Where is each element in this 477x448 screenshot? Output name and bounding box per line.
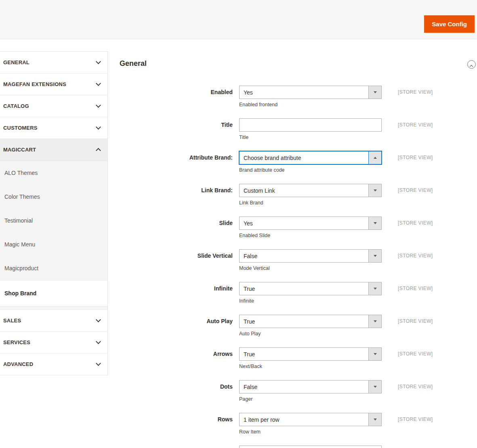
field-control	[239, 118, 382, 132]
section-collapse-button[interactable]	[467, 60, 476, 69]
caret-down-icon	[374, 386, 377, 388]
field-scope-label: [STORE VIEW]	[398, 184, 475, 197]
selected-option-label: True	[244, 286, 255, 292]
field-helper-text: Next/Back	[239, 364, 382, 380]
sidebar-section-advanced[interactable]: ADVANCED	[0, 353, 107, 375]
dropdown-arrow-button[interactable]	[368, 217, 381, 229]
sidebar-section-label: GENERAL	[3, 59, 29, 65]
field-control: True	[239, 315, 382, 328]
general-form: Enabled Yes Enabled frontend [STORE VIEW…	[120, 86, 475, 448]
dropdown-arrow-button[interactable]	[368, 151, 381, 164]
field-helper-text: Title	[239, 135, 382, 151]
field-scope-label: [STORE VIEW]	[398, 413, 475, 426]
chevron-down-icon	[96, 59, 101, 64]
field-scope-label: [STORE VIEW]	[398, 217, 475, 230]
dots-select[interactable]: False	[239, 380, 382, 393]
field-label: Rows	[120, 413, 233, 426]
field-control: Yes	[239, 86, 382, 99]
sidebar-subnav: ALO Themes Color Themes Testimonial Magi…	[0, 161, 107, 307]
caret-down-icon	[374, 353, 377, 355]
slide-select[interactable]: Yes	[239, 217, 382, 230]
dropdown-arrow-button[interactable]	[368, 86, 381, 99]
rows-select[interactable]: 1 item per row	[239, 413, 382, 426]
field-scope-label: [STORE VIEW]	[398, 86, 475, 99]
sidebar-section-general[interactable]: GENERAL	[0, 52, 107, 74]
chevron-down-icon	[96, 317, 101, 322]
selected-option-label: False	[244, 253, 257, 259]
field-scope-label	[398, 446, 475, 448]
sidebar-section-catalog[interactable]: CATALOG	[0, 95, 107, 117]
extra-input[interactable]	[239, 446, 382, 448]
field-scope-label: [STORE VIEW]	[398, 347, 475, 361]
sidebar-sections-bottom: SALES SERVICES ADVANCED	[0, 310, 107, 375]
field-helper-text: Pager	[239, 396, 382, 413]
sidebar-subitem-testimonial[interactable]: Testimonial	[0, 208, 107, 232]
selected-option-label: Choose brand attribute	[244, 155, 301, 161]
caret-down-icon	[374, 91, 377, 93]
field-control: Custom Link	[239, 184, 382, 197]
slide-vertical-select[interactable]: False	[239, 249, 382, 263]
caret-down-icon	[374, 255, 377, 257]
field-helper-text: Enabled Slide	[239, 233, 382, 249]
auto-play-select[interactable]: True	[239, 315, 382, 328]
field-control: True	[239, 347, 382, 361]
sidebar-subnav-tail	[0, 307, 107, 310]
field-label: Dots	[120, 380, 233, 393]
sidebar-subitem-color-themes[interactable]: Color Themes	[0, 185, 107, 208]
chevron-down-icon	[96, 339, 101, 344]
chevron-down-icon	[96, 103, 101, 108]
sidebar-section-services[interactable]: SERVICES	[0, 332, 107, 353]
sidebar-subitem-magic-menu[interactable]: Magic Menu	[0, 232, 107, 256]
sidebar-section-magiccart[interactable]: MAGICCART	[0, 139, 107, 161]
field-control: True	[239, 282, 382, 295]
dropdown-arrow-button[interactable]	[368, 381, 381, 393]
field-label	[120, 446, 233, 448]
title-input[interactable]	[239, 118, 382, 132]
dropdown-arrow-button[interactable]	[368, 184, 381, 197]
save-config-button[interactable]: Save Config	[424, 15, 475, 33]
chevron-up-icon	[96, 148, 101, 153]
selected-option-label: 1 item per row	[244, 416, 279, 423]
field-scope-label: [STORE VIEW]	[398, 282, 475, 295]
field-row-attribute-brand: Attribute Brand: Choose brand attribute …	[120, 151, 475, 184]
caret-up-icon	[374, 157, 377, 159]
field-helper-text: Enabled frontend	[239, 102, 382, 118]
field-label: Infinite	[120, 282, 233, 295]
dropdown-arrow-button[interactable]	[368, 413, 381, 426]
config-sidebar: GENERAL MAGEFAN EXTENSIONS CATALOG CUSTO…	[0, 51, 108, 375]
field-row-arrows: Arrows True Next/Back [STORE VIEW]	[120, 347, 475, 380]
selected-option-label: Yes	[244, 89, 253, 96]
dropdown-arrow-button[interactable]	[368, 250, 381, 262]
caret-down-icon	[374, 288, 377, 290]
sidebar-section-label: ADVANCED	[3, 361, 33, 367]
config-page: Save Config GENERAL MAGEFAN EXTENSIONS C…	[0, 0, 477, 448]
sidebar-subitem-magicproduct[interactable]: Magicproduct	[0, 256, 107, 280]
dropdown-arrow-button[interactable]	[368, 348, 381, 360]
field-label: Link Brand:	[120, 184, 233, 197]
chevron-up-icon	[470, 65, 473, 68]
sidebar-section-customers[interactable]: CUSTOMERS	[0, 117, 107, 139]
sidebar-subitem-shop-brand[interactable]: Shop Brand	[0, 280, 107, 307]
field-row-dots: Dots False Pager [STORE VIEW]	[120, 380, 475, 413]
field-control: Choose brand attribute	[239, 151, 382, 164]
sidebar-section-label: MAGICCART	[3, 147, 36, 153]
sidebar-subitem-alo-themes[interactable]: ALO Themes	[0, 161, 107, 185]
caret-down-icon	[374, 222, 377, 224]
field-label: Slide Vertical	[120, 249, 233, 263]
field-scope-label: [STORE VIEW]	[398, 380, 475, 393]
selected-option-label: True	[244, 351, 255, 358]
dropdown-arrow-button[interactable]	[368, 282, 381, 295]
field-label: Slide	[120, 217, 233, 230]
enabled-select[interactable]: Yes	[239, 86, 382, 99]
page-header: Save Config	[0, 0, 477, 39]
field-row-extra	[120, 446, 475, 448]
attribute-brand-select[interactable]: Choose brand attribute	[239, 151, 382, 164]
arrows-select[interactable]: True	[239, 347, 382, 361]
field-row-title: Title Title [STORE VIEW]	[120, 118, 475, 151]
sidebar-section-label: CATALOG	[3, 103, 29, 109]
sidebar-section-sales[interactable]: SALES	[0, 310, 107, 332]
link-brand-select[interactable]: Custom Link	[239, 184, 382, 197]
sidebar-section-magefan-extensions[interactable]: MAGEFAN EXTENSIONS	[0, 74, 107, 95]
dropdown-arrow-button[interactable]	[368, 315, 381, 328]
infinite-select[interactable]: True	[239, 282, 382, 295]
